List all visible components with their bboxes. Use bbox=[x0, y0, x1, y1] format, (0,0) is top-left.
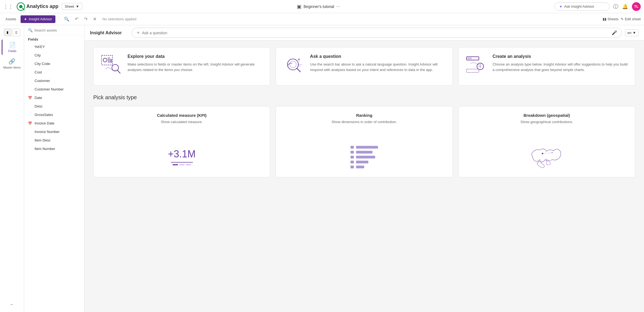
field-name: Date bbox=[35, 96, 42, 100]
field-item-city-code[interactable]: City Code bbox=[24, 59, 84, 68]
avatar[interactable]: TL bbox=[632, 2, 641, 11]
field-item-grosssales[interactable]: GrossSales bbox=[24, 110, 84, 119]
explore-data-title: Explore your data bbox=[128, 54, 263, 59]
field-name: Item Desc bbox=[35, 138, 51, 142]
field-item-cost[interactable]: Cost bbox=[24, 68, 84, 76]
ranking-chart-svg bbox=[348, 143, 381, 171]
field-name: %KEY bbox=[35, 45, 45, 49]
content-area: Insight Advisor ✦ 🎤 en ▼ bbox=[84, 25, 644, 312]
search-assets-input[interactable] bbox=[34, 28, 80, 32]
field-item-customer-number[interactable]: Customer Number bbox=[24, 85, 84, 93]
qlik-logo[interactable]: Analytics app bbox=[16, 2, 58, 11]
field-name: GrossSales bbox=[35, 113, 53, 117]
monitor-icon: ▣ bbox=[297, 4, 301, 10]
notification-icon[interactable]: 🔔 bbox=[622, 4, 628, 10]
field-item-desc[interactable]: Desc bbox=[24, 102, 84, 110]
create-analysis-icon bbox=[465, 54, 487, 76]
field-item-date[interactable]: 📅Date bbox=[24, 93, 84, 102]
assets-button[interactable]: Assets bbox=[3, 16, 18, 22]
ask-question-input[interactable] bbox=[142, 31, 609, 35]
geospatial-desc: Show geographical contributions. bbox=[521, 120, 573, 124]
nav-right: ✦ Ask Insight Advisor ⓘ 🔔 TL bbox=[555, 2, 641, 11]
explore-data-desc: Make selections in fields or master item… bbox=[128, 62, 263, 72]
kpi-title: Calculated measure (KPI) bbox=[157, 113, 207, 118]
grid-icon: ▮▮ bbox=[603, 17, 606, 21]
sheet-dropdown[interactable]: Sheet ▼ bbox=[62, 3, 82, 10]
geospatial-title: Breakdown (geospatial) bbox=[524, 113, 570, 118]
help-icon[interactable]: ⓘ bbox=[613, 3, 618, 10]
explore-data-card[interactable]: Explore your data Make selections in fie… bbox=[93, 47, 270, 86]
ranking-analysis-card[interactable]: Ranking Show dimensions in order of cont… bbox=[276, 106, 453, 177]
no-selections-label: No selections applied bbox=[103, 17, 137, 21]
svg-rect-5 bbox=[108, 57, 110, 63]
redo-icon[interactable]: ↷ bbox=[82, 15, 89, 23]
create-analysis-card[interactable]: Create an analysis Choose an analysis ty… bbox=[458, 47, 635, 86]
ask-question-card[interactable]: Ask a question Use the search bar above … bbox=[276, 47, 453, 86]
ranking-visual bbox=[283, 143, 446, 171]
field-name: Cost bbox=[35, 70, 42, 74]
grid-menu-icon[interactable]: ⋮⋮ bbox=[3, 4, 13, 10]
sheets-button[interactable]: ▮▮ Sheets bbox=[603, 17, 618, 21]
svg-point-1 bbox=[19, 5, 22, 8]
sidebar-item-fields[interactable]: 📄 Fields bbox=[2, 39, 22, 55]
svg-rect-21 bbox=[356, 156, 375, 158]
sidebar-item-master-items[interactable]: 🔗 Master items bbox=[2, 56, 22, 71]
svg-rect-16 bbox=[467, 58, 472, 59]
field-item-city[interactable]: City bbox=[24, 51, 84, 59]
svg-line-31 bbox=[543, 153, 552, 154]
panel-view-toggle-2[interactable]: ▯ bbox=[13, 29, 20, 36]
field-item-item-number[interactable]: Item Number bbox=[24, 144, 84, 153]
undo-icon[interactable]: ↶ bbox=[73, 15, 80, 23]
field-type-icon: 📅 bbox=[28, 121, 32, 125]
geospatial-analysis-card[interactable]: Breakdown (geospatial) Show geographical… bbox=[458, 106, 635, 177]
edit-sheet-button[interactable]: ✎ Edit sheet bbox=[621, 17, 641, 21]
kpi-analysis-card[interactable]: Calculated measure (KPI) Show calculated… bbox=[93, 106, 270, 177]
ranking-desc: Show dimensions in order of contribution… bbox=[332, 120, 397, 124]
more-options-icon[interactable]: ⋯ bbox=[336, 4, 340, 9]
clear-selections-icon[interactable]: ✕ bbox=[91, 15, 98, 23]
fields-icon: 📄 bbox=[9, 42, 16, 48]
field-item--key[interactable]: %KEY bbox=[24, 42, 84, 51]
field-name: Invoice Date bbox=[35, 121, 54, 125]
insight-advisor-label: Insight Advisor bbox=[29, 17, 52, 21]
svg-point-12 bbox=[298, 58, 300, 61]
field-name: Item Number bbox=[35, 147, 55, 151]
spark-icon: ✦ bbox=[559, 4, 563, 9]
side-nav-bottom: ← bbox=[2, 300, 22, 312]
field-item-customer[interactable]: Customer bbox=[24, 76, 84, 85]
language-selector[interactable]: en ▼ bbox=[625, 29, 639, 36]
ask-insight-advisor-button[interactable]: ✦ Ask Insight Advisor bbox=[555, 2, 609, 11]
panel-view-toggle-1[interactable]: ▮ bbox=[4, 29, 12, 36]
lang-chevron-icon: ▼ bbox=[632, 31, 636, 35]
field-item-invoice-number[interactable]: Invoice Number bbox=[24, 127, 84, 136]
app-title: Analytics app bbox=[26, 4, 58, 9]
left-panel: ▮ ▯ 📄 Fields 🔗 Master items ← bbox=[0, 25, 24, 312]
insight-advisor-tab[interactable]: ✦ Insight Advisor bbox=[21, 15, 55, 23]
ask-question-content: Ask a question Use the search bar above … bbox=[310, 54, 446, 72]
ranking-title: Ranking bbox=[356, 113, 372, 118]
ia-header: Insight Advisor ✦ 🎤 en ▼ bbox=[84, 25, 644, 41]
field-name: City Code bbox=[35, 62, 50, 66]
svg-point-4 bbox=[103, 58, 107, 62]
assets-label: Assets bbox=[5, 17, 16, 21]
microphone-icon[interactable]: 🎤 bbox=[612, 30, 617, 35]
ia-title: Insight Advisor bbox=[90, 30, 128, 35]
collapse-panel-button[interactable]: ← bbox=[2, 300, 22, 309]
create-analysis-desc: Choose an analysis type below. Insight A… bbox=[493, 62, 628, 72]
kpi-desc: Show calculated measure. bbox=[161, 120, 202, 124]
insight-star-icon: ✦ bbox=[24, 17, 27, 21]
svg-rect-22 bbox=[356, 161, 368, 163]
field-item-invoice-date[interactable]: 📅Invoice Date bbox=[24, 119, 84, 127]
ask-bar[interactable]: ✦ 🎤 bbox=[132, 28, 622, 38]
svg-line-11 bbox=[297, 68, 300, 72]
lang-code: en bbox=[628, 31, 631, 35]
explore-data-icon bbox=[100, 54, 122, 76]
search-icon[interactable]: 🔍 bbox=[62, 15, 71, 23]
svg-rect-6 bbox=[110, 59, 112, 63]
field-item-item-desc[interactable]: Item Desc bbox=[24, 136, 84, 144]
qlik-logo-svg bbox=[16, 2, 25, 11]
svg-rect-18 bbox=[467, 69, 479, 72]
panel-toggle: ▮ ▯ bbox=[4, 29, 20, 36]
analysis-cards-row: Calculated measure (KPI) Show calculated… bbox=[93, 106, 635, 177]
pick-analysis-title: Pick analysis type bbox=[93, 94, 635, 101]
